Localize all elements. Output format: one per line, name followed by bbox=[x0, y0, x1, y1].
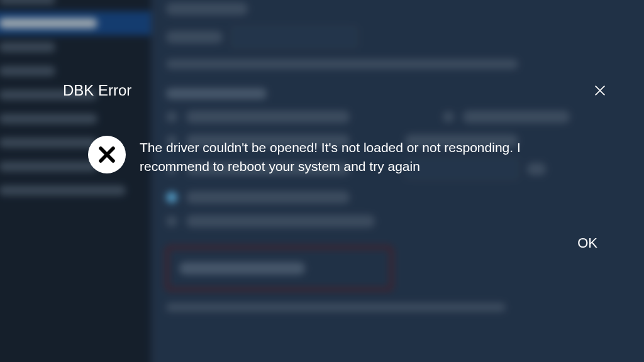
dialog-title: DBK Error bbox=[63, 82, 131, 99]
close-icon bbox=[593, 84, 607, 97]
dialog-message: The driver couldn't be opened! It's not … bbox=[140, 138, 580, 176]
error-dialog: DBK Error The driver couldn't be opened!… bbox=[63, 80, 610, 255]
error-icon bbox=[88, 136, 126, 173]
ok-button[interactable]: OK bbox=[565, 231, 610, 255]
dialog-close-button[interactable] bbox=[590, 80, 610, 101]
